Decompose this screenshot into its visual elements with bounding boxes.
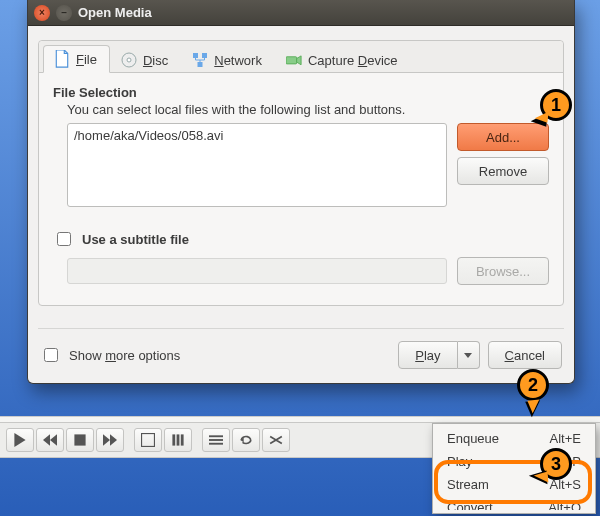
svg-rect-17 [202, 53, 207, 58]
svg-marker-20 [297, 56, 301, 65]
playlist-button[interactable] [202, 428, 230, 452]
callout-3: 3 [540, 448, 572, 480]
play-dropdown-menu: Enqueue Alt+E Play Alt+P Stream Alt+S Co… [432, 423, 596, 514]
file-icon [54, 51, 70, 67]
menu-label: Stream [447, 477, 489, 492]
callout-2: 2 [517, 369, 549, 401]
svg-rect-3 [74, 434, 85, 445]
menu-item-stream[interactable]: Stream Alt+S [433, 473, 595, 496]
svg-rect-8 [177, 434, 180, 445]
svg-marker-2 [50, 434, 57, 446]
svg-point-15 [127, 58, 131, 62]
play-dropdown-button[interactable] [458, 341, 480, 369]
subtitle-browse-button: Browse... [457, 257, 549, 285]
window-close-button[interactable]: × [34, 5, 50, 21]
tab-label: Disc [143, 53, 168, 68]
svg-rect-19 [286, 56, 297, 63]
stop-button[interactable] [66, 428, 94, 452]
tab-disc[interactable]: Disc [110, 46, 181, 73]
play-button-main[interactable]: Play [398, 341, 457, 369]
tab-label: File [76, 52, 97, 67]
svg-rect-12 [209, 443, 223, 445]
extended-settings-button[interactable] [164, 428, 192, 452]
svg-rect-11 [209, 439, 223, 441]
tab-capture-device[interactable]: Capture Device [275, 46, 411, 73]
menu-item-convert[interactable]: Convert Alt+O [433, 496, 595, 510]
chevron-down-icon [464, 353, 472, 358]
svg-marker-5 [110, 434, 117, 446]
svg-rect-6 [141, 433, 155, 447]
menu-item-enqueue[interactable]: Enqueue Alt+E [433, 427, 595, 450]
use-subtitle-checkbox[interactable] [57, 232, 71, 246]
menu-accel: Alt+E [550, 431, 581, 446]
remove-button[interactable]: Remove [457, 157, 549, 185]
titlebar[interactable]: × – Open Media [28, 0, 574, 26]
disc-icon [121, 52, 137, 68]
play-split-button: Play [398, 341, 479, 369]
menu-label: Convert [447, 500, 493, 506]
svg-marker-1 [43, 434, 50, 446]
file-panel: File Selection You can select local file… [39, 73, 563, 305]
use-subtitle-row[interactable]: Use a subtitle file [53, 229, 549, 249]
callout-1: 1 [540, 89, 572, 121]
window-minimize-button[interactable]: – [56, 5, 72, 21]
cancel-button[interactable]: Cancel [488, 341, 562, 369]
prev-track-button[interactable] [36, 428, 64, 452]
dialog-footer: Show more options Play Cancel [28, 329, 574, 383]
show-more-options-label: Show more options [69, 348, 180, 363]
show-more-options-row[interactable]: Show more options [40, 345, 180, 365]
fullscreen-button[interactable] [134, 428, 162, 452]
use-subtitle-label: Use a subtitle file [82, 232, 189, 247]
file-list-item[interactable]: /home/aka/Videos/058.avi [74, 128, 440, 143]
next-track-button[interactable] [96, 428, 124, 452]
tab-label: Capture Device [308, 53, 398, 68]
svg-marker-0 [14, 433, 25, 447]
window-title: Open Media [78, 5, 152, 20]
menu-label: Enqueue [447, 431, 499, 446]
svg-rect-10 [209, 435, 223, 437]
capture-device-icon [286, 52, 302, 68]
show-more-options-checkbox[interactable] [44, 348, 58, 362]
file-list[interactable]: /home/aka/Videos/058.avi [67, 123, 447, 207]
tab-file[interactable]: File [43, 45, 110, 73]
network-icon [192, 52, 208, 68]
open-media-dialog: × – Open Media File Disc [27, 0, 575, 384]
tabs-container: File Disc Network [38, 40, 564, 306]
menu-accel: Alt+O [548, 500, 581, 506]
tab-row: File Disc Network [39, 41, 563, 73]
svg-rect-16 [193, 53, 198, 58]
file-selection-desc: You can select local files with the foll… [67, 102, 549, 117]
svg-rect-18 [198, 62, 203, 67]
tab-label: Network [214, 53, 262, 68]
add-button[interactable]: Add... [457, 123, 549, 151]
play-button[interactable] [6, 428, 34, 452]
menu-label: Play [447, 454, 472, 469]
svg-rect-7 [172, 434, 175, 445]
tab-network[interactable]: Network [181, 46, 275, 73]
subtitle-path-input [67, 258, 447, 284]
loop-button[interactable] [232, 428, 260, 452]
shuffle-button[interactable] [262, 428, 290, 452]
svg-rect-9 [181, 434, 184, 445]
svg-marker-4 [103, 434, 110, 446]
file-selection-title: File Selection [53, 85, 549, 100]
